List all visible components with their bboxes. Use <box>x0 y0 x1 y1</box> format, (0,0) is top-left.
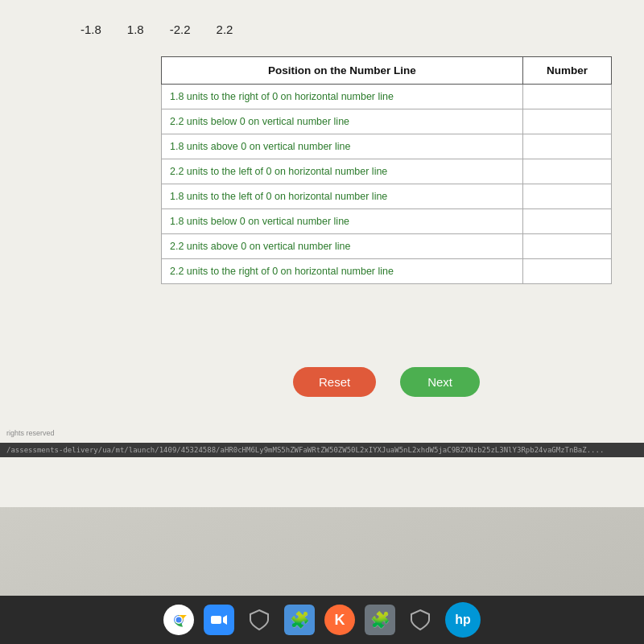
table-row: 2.2 units below 0 on vertical number lin… <box>162 109 612 134</box>
svg-rect-4 <box>211 616 221 624</box>
screen-background: -1.8 1.8 -2.2 2.2 Position on the Number… <box>0 0 644 644</box>
label-neg-2-2: -2.2 <box>170 23 191 36</box>
table-row: 1.8 units below 0 on vertical number lin… <box>162 209 612 234</box>
number-cell[interactable] <box>523 209 612 234</box>
number-line-table: Position on the Number Line Number 1.8 u… <box>161 56 612 284</box>
action-buttons: Reset Next <box>161 367 612 397</box>
url-bar: /assessments-delivery/ua/mt/launch/1409/… <box>0 443 644 457</box>
number-cell[interactable] <box>523 259 612 284</box>
reset-button[interactable]: Reset <box>293 367 376 397</box>
k-icon[interactable]: K <box>324 605 355 635</box>
number-cell[interactable] <box>523 109 612 134</box>
number-labels: -1.8 1.8 -2.2 2.2 <box>80 23 233 36</box>
table-row: 1.8 units to the left of 0 on horizontal… <box>162 184 612 209</box>
shield-icon[interactable] <box>244 605 275 635</box>
number-cell[interactable] <box>523 234 612 259</box>
taskbar: 🧩 K 🧩 hp <box>0 596 644 644</box>
hp-icon[interactable]: hp <box>445 602 481 638</box>
table-row: 2.2 units above 0 on vertical number lin… <box>162 234 612 259</box>
laptop-screen: -1.8 1.8 -2.2 2.2 Position on the Number… <box>0 0 644 507</box>
table-row: 2.2 units to the left of 0 on horizontal… <box>162 159 612 184</box>
table-row: 2.2 units to the right of 0 on horizonta… <box>162 259 612 284</box>
puzzle2-icon[interactable]: 🧩 <box>365 605 395 635</box>
position-cell: 2.2 units above 0 on vertical number lin… <box>162 234 523 259</box>
position-cell: 2.2 units to the left of 0 on horizontal… <box>162 159 523 184</box>
table-row: 1.8 units to the right of 0 on horizonta… <box>162 85 612 109</box>
label-pos-1-8: 1.8 <box>127 23 144 36</box>
number-cell[interactable] <box>523 85 612 109</box>
position-cell: 1.8 units below 0 on vertical number lin… <box>162 209 523 234</box>
chrome-icon[interactable] <box>163 605 194 635</box>
number-cell[interactable] <box>523 134 612 159</box>
label-pos-2-2: 2.2 <box>217 23 233 36</box>
col-header-number: Number <box>523 57 612 85</box>
label-neg-1-8: -1.8 <box>80 23 101 36</box>
number-cell[interactable] <box>523 184 612 209</box>
position-cell: 1.8 units to the left of 0 on horizontal… <box>162 184 523 209</box>
puzzle-icon[interactable]: 🧩 <box>284 605 315 635</box>
svg-marker-5 <box>223 615 227 625</box>
position-cell: 1.8 units to the right of 0 on horizonta… <box>162 85 523 109</box>
position-cell: 2.2 units to the right of 0 on horizonta… <box>162 259 523 284</box>
number-cell[interactable] <box>523 159 612 184</box>
zoom-icon[interactable] <box>204 605 234 635</box>
rights-text: rights reserved <box>0 427 61 439</box>
table-container: Position on the Number Line Number 1.8 u… <box>161 56 612 284</box>
next-button[interactable]: Next <box>400 367 480 397</box>
position-cell: 1.8 units above 0 on vertical number lin… <box>162 134 523 159</box>
shield2-icon[interactable] <box>405 605 436 635</box>
table-row: 1.8 units above 0 on vertical number lin… <box>162 134 612 159</box>
col-header-position: Position on the Number Line <box>162 57 523 85</box>
position-cell: 2.2 units below 0 on vertical number lin… <box>162 109 523 134</box>
svg-point-3 <box>176 617 182 623</box>
